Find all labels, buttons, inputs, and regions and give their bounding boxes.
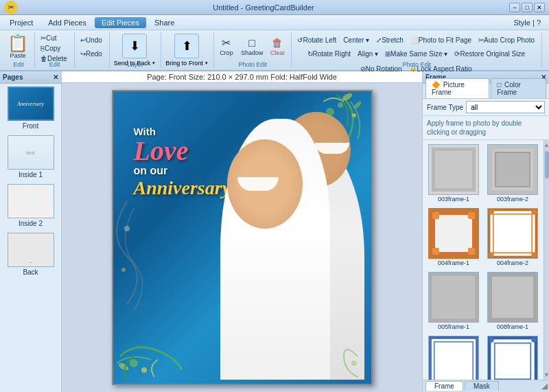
frame-item-7[interactable]: 008frame-3 [484, 334, 541, 380]
align-button[interactable]: Align ▾ [355, 47, 381, 60]
redo-button[interactable]: ↪ Redo [78, 47, 105, 60]
svg-rect-14 [432, 248, 439, 255]
frame-preview-0 [428, 144, 479, 195]
rotate-left-button[interactable]: ↺ Rotate Left [294, 34, 339, 46]
frame-item-5[interactable]: 008frame-1 [484, 270, 541, 332]
svg-rect-16 [489, 209, 537, 257]
card-canvas[interactable]: With Love on our Anniversary [112, 90, 373, 385]
frame-grid: 003frame-1 003frame-2 [423, 140, 544, 380]
paste-button[interactable]: 📋 Paste [5, 34, 30, 60]
crop-button[interactable]: ✂ Crop [217, 32, 236, 62]
maximize-button[interactable]: □ [522, 3, 533, 12]
toolbar: 📋 Paste Edit ✂ Cut ⎘ Copy 🗑 Delete Edit … [0, 30, 549, 71]
page-preview-front: Anniversary [8, 87, 54, 121]
menu-share[interactable]: Share [148, 17, 181, 28]
color-frame-icon: □ [497, 81, 501, 89]
menu-edit-pieces[interactable]: Edit Pieces [95, 17, 146, 28]
frame-hint: Apply frame to photo by double clicking … [423, 116, 549, 140]
page-thumb-front[interactable]: Anniversary Front [8, 87, 54, 130]
edit-group: ✂ Cut ⎘ Copy 🗑 Delete Edit [35, 32, 75, 68]
menu-add-pieces[interactable]: Add Pieces [41, 17, 93, 28]
page-preview-inside2 [8, 184, 54, 218]
pages-panel: Pages ✕ Anniversary Front text Inside 1 … [0, 71, 62, 392]
frame-preview-2 [428, 208, 479, 259]
menubar: Project Add Pieces Edit Pieces Share Sty… [0, 15, 549, 30]
clear-button[interactable]: 🗑 Clear [268, 32, 287, 62]
svg-point-28 [489, 337, 494, 343]
svg-point-21 [531, 252, 537, 257]
window-title: Untitled - GreetingCardBuilder [18, 3, 509, 12]
frame-type-row: Frame Type all [423, 99, 549, 116]
page-thumb-inside1[interactable]: text Inside 1 [8, 135, 54, 178]
bottom-tabs: Frame Mask [423, 380, 549, 392]
canvas-container[interactable]: With Love on our Anniversary [105, 83, 379, 392]
frame-tabs: 🔶 Picture Frame □ Color Frame [423, 84, 549, 99]
canvas-area: Page: Front Size: 210.0 × 297.0 mm Fold:… [62, 71, 422, 392]
frame-item-4[interactable]: 005frame-1 [425, 270, 482, 332]
app-logo: ✂ [4, 1, 18, 14]
floral-decoration-cl [113, 194, 182, 318]
svg-rect-12 [432, 212, 439, 219]
scroll-thumb[interactable] [545, 151, 549, 178]
close-button[interactable]: ✕ [534, 3, 545, 12]
frame-item-0[interactable]: 003frame-1 [425, 143, 482, 204]
frame-preview-1 [487, 144, 538, 195]
page-preview-inside1: text [8, 135, 54, 170]
center-button[interactable]: Center ▾ [340, 34, 372, 46]
frame-scrollbar[interactable]: ▲ ▼ [544, 140, 549, 380]
shadow-button[interactable]: □ Shadow [239, 32, 266, 62]
picture-frame-icon: 🔶 [432, 81, 440, 89]
svg-point-5 [130, 359, 138, 367]
photo-edit-group: ↺ Rotate Left Center ▾ ⤢ Stretch ⬜ Photo… [292, 32, 542, 68]
tab-frame[interactable]: Frame [425, 381, 463, 391]
resize-handle[interactable]: ◢ [541, 381, 548, 391]
cut-button[interactable]: ✂ Cut [38, 34, 60, 43]
svg-rect-17 [493, 214, 532, 253]
window-controls: − □ ✕ [509, 3, 545, 12]
minimize-button[interactable]: − [509, 3, 520, 12]
svg-rect-13 [468, 212, 475, 219]
copy-button[interactable]: ⎘ Copy [38, 44, 63, 53]
svg-rect-23 [434, 342, 473, 380]
tab-color-frame[interactable]: □ Color Frame [491, 78, 546, 98]
floral-decoration-br [289, 301, 371, 384]
auto-crop-button[interactable]: ✂ Auto Crop Photo [476, 34, 537, 46]
frame-item-2[interactable]: 004frame-1 [425, 207, 482, 268]
frame-item-1[interactable]: 003frame-2 [484, 143, 541, 204]
tab-mask[interactable]: Mask [465, 381, 499, 391]
frame-preview-7 [487, 336, 538, 380]
send-back-button[interactable]: ⬇ [122, 34, 147, 58]
frame-panel: Frame ✕ 🔶 Picture Frame □ Color Frame Fr… [422, 71, 549, 392]
svg-rect-22 [430, 337, 478, 380]
titlebar: ✂ Untitled - GreetingCardBuilder − □ ✕ [0, 0, 549, 15]
frame-item-3[interactable]: 004frame-2 [484, 207, 541, 268]
frame-preview-3 [487, 208, 538, 259]
menu-project[interactable]: Project [3, 17, 40, 28]
page-thumb-back[interactable]: ~ Back [8, 233, 54, 276]
scroll-down-arrow[interactable]: ▼ [544, 371, 549, 378]
scroll-up-arrow[interactable]: ▲ [544, 141, 549, 148]
stretch-button[interactable]: ⤢ Stretch [373, 34, 406, 46]
bring-front-group: ⬆ Bring to Front▾ [161, 32, 214, 68]
restore-button[interactable]: ⟳ Restore Original Size [452, 47, 527, 60]
bring-front-button[interactable]: ⬆ [174, 34, 199, 58]
layer-group: ⬇ Send to Back▾ Layer [110, 32, 162, 68]
page-thumb-inside2[interactable]: Inside 2 [8, 184, 54, 227]
svg-rect-15 [468, 248, 475, 255]
frame-item-6[interactable]: 008frame-2 [425, 334, 482, 380]
rotate-right-button[interactable]: ↻ Rotate Right [305, 47, 354, 60]
photo-fit-button[interactable]: ⬜ Photo to Fit Page [408, 34, 474, 46]
bring-front-label[interactable]: Bring to Front▾ [165, 60, 208, 67]
undo-button[interactable]: ↩ Undo [78, 34, 105, 46]
tab-picture-frame[interactable]: 🔶 Picture Frame [425, 78, 489, 98]
svg-point-9 [121, 268, 126, 272]
make-same-button[interactable]: ⊞ Make Same Size ▾ [382, 47, 450, 60]
svg-point-7 [141, 367, 147, 373]
pages-close-icon[interactable]: ✕ [53, 73, 58, 81]
page-preview-back: ~ [8, 233, 54, 267]
frame-type-select[interactable]: all [466, 101, 545, 113]
frame-preview-5 [487, 272, 538, 323]
style-menu[interactable]: Style | ? [508, 17, 546, 28]
svg-point-20 [489, 252, 494, 257]
crop-shadow-group: ✂ Crop □ Shadow 🗑 Clear Photo Edit [214, 32, 292, 68]
